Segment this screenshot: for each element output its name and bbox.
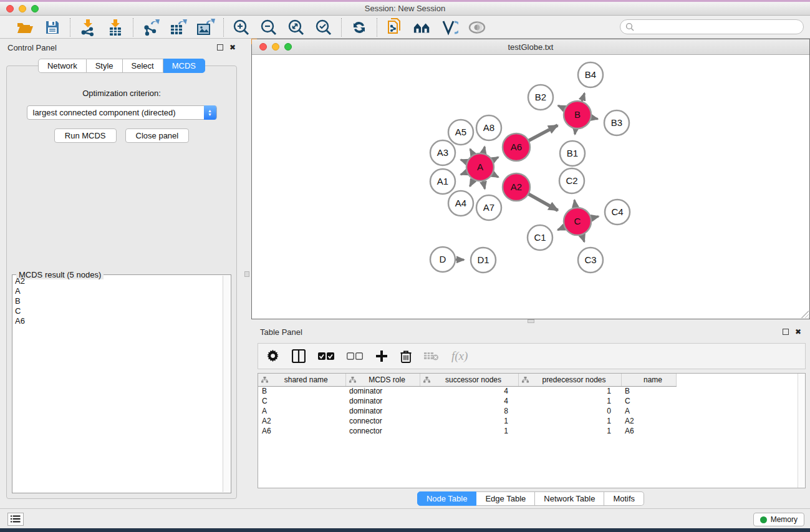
table-cell[interactable]: 0	[518, 406, 621, 416]
run-mcds-button[interactable]: Run MCDS	[54, 128, 117, 143]
node-B3[interactable]: B3	[604, 110, 629, 135]
table-cell[interactable]: C	[621, 396, 676, 406]
clone-network-icon[interactable]	[385, 18, 404, 37]
search-input[interactable]	[620, 19, 804, 34]
node-C1[interactable]: C1	[528, 225, 552, 250]
node-C3[interactable]: C3	[578, 248, 603, 273]
table-cell[interactable]: connector	[345, 416, 420, 426]
table-cell[interactable]: B	[621, 386, 676, 396]
memory-button[interactable]: Memory	[753, 513, 804, 526]
result-item[interactable]: A2	[15, 276, 222, 286]
vertical-splitter[interactable]	[243, 39, 251, 508]
export-image-icon[interactable]	[196, 18, 215, 37]
tab-mcds[interactable]: MCDS	[163, 59, 205, 73]
hide-panel-eye-icon[interactable]	[468, 18, 486, 37]
edge-A2-C[interactable]	[527, 193, 557, 211]
network-graph[interactable]: B4B2BB3A8A5A6A3B1AC2A1A2A4A7C4CC1C3DD1	[252, 55, 809, 319]
table-cell[interactable]: dominator	[345, 386, 420, 396]
close-panel-button[interactable]: Close panel	[125, 128, 190, 143]
table-cell[interactable]: A6	[621, 426, 676, 436]
table-settings-gear-icon[interactable]	[267, 350, 279, 362]
node-A4[interactable]: A4	[448, 191, 473, 216]
table-row[interactable]: Bdominator41B	[258, 386, 676, 396]
create-column-icon[interactable]	[375, 350, 388, 362]
node-D1[interactable]: D1	[471, 248, 496, 273]
node-A2[interactable]: A2	[503, 173, 530, 201]
tab-network-table[interactable]: Network Table	[535, 491, 604, 506]
zoom-in-icon[interactable]	[232, 18, 251, 37]
node-A[interactable]: A	[466, 153, 494, 181]
node-A1[interactable]: A1	[430, 169, 455, 194]
splitter-handle[interactable]	[528, 319, 534, 323]
column-header-MCDS-role[interactable]: MCDS role	[345, 374, 420, 386]
column-header-predecessor-nodes[interactable]: predecessor nodes	[518, 374, 621, 386]
tab-edge-table[interactable]: Edge Table	[476, 491, 535, 506]
node-D[interactable]: D	[430, 247, 455, 272]
table-cell[interactable]: 1	[518, 426, 621, 436]
tab-network[interactable]: Network	[38, 59, 87, 73]
table-scrollbar[interactable]	[798, 374, 805, 488]
import-table-icon[interactable]	[106, 18, 125, 37]
table-cell[interactable]: 1	[518, 416, 621, 426]
node-A3[interactable]: A3	[430, 140, 455, 165]
table-cell[interactable]: 1	[420, 416, 518, 426]
table-cell[interactable]: B	[258, 386, 345, 396]
result-scrollbar[interactable]	[223, 276, 230, 492]
table-cell[interactable]: 4	[420, 386, 518, 396]
table-cell[interactable]: 1	[420, 426, 518, 436]
result-item[interactable]: A	[15, 286, 222, 296]
close-table-panel-icon[interactable]: ✖	[795, 328, 801, 336]
node-C4[interactable]: C4	[605, 200, 630, 225]
node-B1[interactable]: B1	[560, 141, 585, 166]
tab-motifs[interactable]: Motifs	[604, 491, 644, 506]
node-A8[interactable]: A8	[476, 115, 501, 140]
task-history-button[interactable]	[7, 513, 24, 526]
column-header-name[interactable]: name	[621, 374, 676, 386]
show-graphics-details-icon[interactable]	[440, 18, 459, 37]
close-panel-icon[interactable]: ✖	[229, 44, 236, 51]
tab-select[interactable]: Select	[123, 59, 163, 73]
tab-node-table[interactable]: Node Table	[417, 491, 477, 506]
zoom-selected-icon[interactable]	[314, 18, 333, 37]
zoom-fit-icon[interactable]	[287, 18, 306, 37]
save-session-icon[interactable]	[43, 18, 62, 37]
edge-A6-B[interactable]	[528, 125, 558, 142]
node-A5[interactable]: A5	[448, 120, 473, 145]
network-canvas[interactable]: B4B2BB3A8A5A6A3B1AC2A1A2A4A7C4CC1C3DD1	[252, 55, 809, 319]
column-header-successor-nodes[interactable]: successor nodes	[420, 374, 518, 386]
table-cell[interactable]: A2	[258, 416, 345, 426]
splitter-handle[interactable]	[244, 271, 249, 277]
table-cell[interactable]: A2	[621, 416, 676, 426]
table-cell[interactable]: A6	[258, 426, 345, 436]
column-header-shared-name[interactable]: shared name	[258, 374, 345, 386]
node-A7[interactable]: A7	[476, 195, 501, 220]
table-cell[interactable]: connector	[345, 426, 420, 436]
node-B2[interactable]: B2	[528, 85, 553, 110]
node-C2[interactable]: C2	[559, 168, 584, 193]
open-session-icon[interactable]	[16, 18, 34, 37]
table-row[interactable]: Adominator80A	[258, 406, 676, 416]
resize-grip-icon[interactable]	[801, 311, 809, 318]
zoom-out-icon[interactable]	[259, 18, 278, 37]
mcds-result-list[interactable]: A2ABCA6	[15, 276, 222, 491]
node-C[interactable]: C	[564, 208, 591, 235]
node-B[interactable]: B	[564, 101, 591, 128]
table-cell[interactable]: 1	[518, 386, 621, 396]
table-cell[interactable]: C	[258, 396, 345, 406]
result-item[interactable]: C	[15, 306, 222, 316]
result-item[interactable]: A6	[15, 316, 222, 326]
delete-table-icon[interactable]	[424, 351, 439, 361]
table-cell[interactable]: 8	[420, 406, 518, 416]
tab-style[interactable]: Style	[87, 59, 123, 73]
export-network-icon[interactable]	[142, 18, 160, 37]
table-row[interactable]: Cdominator41C	[258, 396, 676, 406]
table-row[interactable]: A2connector11A2	[258, 416, 676, 426]
result-item[interactable]: B	[15, 296, 222, 306]
float-panel-icon[interactable]	[217, 44, 223, 51]
delete-column-trash-icon[interactable]	[400, 350, 412, 363]
show-all-columns-icon[interactable]	[318, 352, 334, 360]
table-cell[interactable]: 1	[518, 396, 621, 406]
export-table-icon[interactable]	[169, 18, 188, 37]
column-browser-icon[interactable]	[292, 349, 306, 363]
hide-all-columns-icon[interactable]	[347, 352, 363, 360]
